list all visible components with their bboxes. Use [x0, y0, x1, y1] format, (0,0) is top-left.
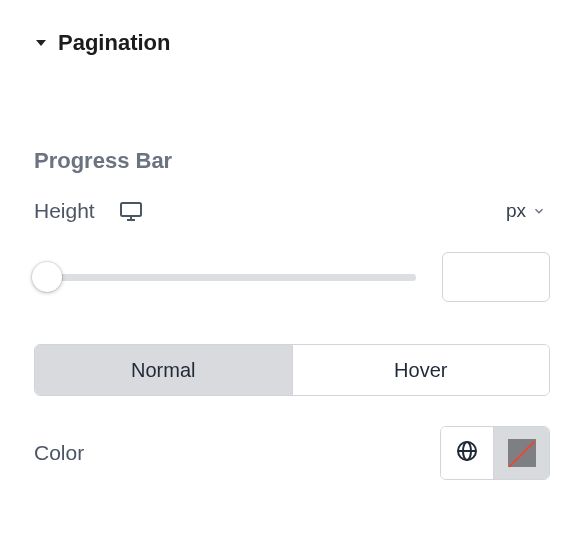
- progress-bar-title: Progress Bar: [34, 148, 550, 174]
- height-row: Height px: [34, 198, 550, 224]
- section-title: Pagination: [58, 30, 170, 56]
- tab-hover[interactable]: Hover: [292, 345, 550, 395]
- svg-rect-1: [121, 203, 141, 216]
- tab-normal[interactable]: Normal: [35, 345, 292, 395]
- slider-track: [34, 274, 416, 281]
- state-tabs: Normal Hover: [34, 344, 550, 396]
- svg-marker-0: [36, 40, 46, 46]
- slider-thumb[interactable]: [32, 262, 62, 292]
- globe-icon: [455, 439, 479, 467]
- desktop-icon[interactable]: [119, 199, 143, 223]
- color-label: Color: [34, 441, 84, 465]
- color-row: Color: [34, 426, 550, 480]
- global-color-button[interactable]: [441, 427, 493, 479]
- unit-select[interactable]: px: [502, 198, 550, 224]
- height-label: Height: [34, 199, 95, 223]
- section-header-pagination[interactable]: Pagination: [34, 30, 550, 56]
- caret-down-icon: [34, 36, 48, 50]
- height-slider-row: [34, 252, 550, 302]
- height-input[interactable]: [442, 252, 550, 302]
- unit-label: px: [506, 200, 526, 222]
- color-controls: [440, 426, 550, 480]
- color-swatch-button[interactable]: [493, 427, 549, 479]
- chevron-down-icon: [532, 204, 546, 218]
- color-swatch-none-icon: [508, 439, 536, 467]
- pagination-panel: Pagination Progress Bar Height px Normal: [0, 0, 584, 510]
- height-slider[interactable]: [34, 263, 416, 291]
